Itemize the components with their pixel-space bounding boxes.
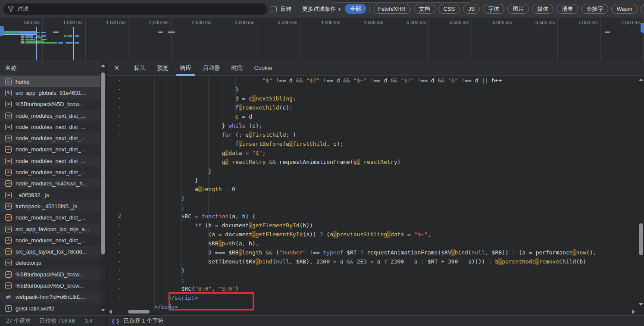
request-name: %5Bturbopack%5D_brow... <box>16 282 84 289</box>
network-overview-timeline[interactable]: 500 ms1,000 ms1,500 ms2,000 ms2,500 ms3,… <box>0 18 644 60</box>
waterfall-bar <box>37 35 40 37</box>
filter-pill-字体[interactable]: 字体 <box>483 4 504 14</box>
sidebar-scrollbar-thumb[interactable] <box>101 72 105 254</box>
filter-input[interactable]: 过滤 <box>3 3 267 15</box>
request-row[interactable]: <>node_modules_next_dist_... <box>0 166 106 178</box>
code-scrollbar-vertical[interactable] <box>638 76 644 308</box>
scroll-right-icon[interactable] <box>632 310 635 314</box>
request-row[interactable]: <>src_app_layout_tsx_78cdd... <box>0 246 106 257</box>
filter-pill-Fetch/XHR[interactable]: Fetch/XHR <box>373 4 411 14</box>
filter-pill-清单[interactable]: 清单 <box>556 4 578 14</box>
line-gutter: - <box>107 176 127 185</box>
filter-pill-图片[interactable]: 图片 <box>507 4 529 14</box>
toolbar-divider <box>369 6 370 13</box>
request-row[interactable]: <>node_modules_next_dist_... <box>0 132 106 144</box>
timeline-tick-label: 1,500 ms <box>106 20 125 25</box>
request-row[interactable]: <>node_modules_next_dist_... <box>0 121 106 132</box>
scroll-up-icon[interactable] <box>639 78 643 81</box>
tab-响应[interactable]: 响应 <box>174 60 197 76</box>
request-row[interactable]: <>node_modules_next_dist_... <box>0 235 106 246</box>
code-line-text: 2 === $RB.length && ("number" !== typeof… <box>127 248 596 257</box>
line-gutter: - <box>107 239 127 248</box>
code-line: - (a = document.getElementById(a)) ? (a.… <box>107 230 644 239</box>
filter-pill-Wasm[interactable]: Wasm <box>611 4 637 14</box>
close-icon[interactable]: ✕ <box>114 64 128 72</box>
code-line: - } <box>107 166 644 176</box>
tab-时间[interactable]: 时间 <box>226 60 249 76</box>
ov-handle-right[interactable] <box>641 23 644 33</box>
highlight-red-box <box>169 292 254 310</box>
format-braces-icon[interactable]: { } <box>112 318 119 324</box>
code-line: - for (; e.firstChild; ) <box>107 130 644 139</box>
code-line: - } while (c); <box>107 121 644 130</box>
tab-Cookie[interactable]: Cookie <box>249 60 278 76</box>
code-line: - 2 === $RB.length && ("number" !== type… <box>107 248 644 257</box>
request-row[interactable]: <>turbopack-_45210fd5._js <box>0 201 106 212</box>
filter-pill-JS[interactable]: JS <box>463 4 480 14</box>
code-line: - f.removeChild(c); <box>107 103 644 112</box>
waterfall-bar <box>38 37 42 38</box>
ov-handle-left[interactable] <box>0 26 4 36</box>
request-row[interactable]: <>detector.js <box>0 257 106 269</box>
request-row[interactable]: ≡home <box>0 76 106 87</box>
sidebar-scrollbar[interactable] <box>100 60 106 315</box>
request-row[interactable]: ✎src_app_globals_91e4631... <box>0 87 106 98</box>
request-row[interactable]: <>node_modules_next_dist_... <box>0 155 106 166</box>
tab-预览[interactable]: 预览 <box>151 60 174 76</box>
scroll-left-icon[interactable] <box>109 310 112 314</box>
request-row[interactable]: <>src_app_favicon_ico_mjs_a... <box>0 223 106 235</box>
request-row[interactable]: <>node_modules_next_dist_... <box>0 212 106 223</box>
request-row[interactable]: <>_a0ff3932._js <box>0 189 106 201</box>
code-line-text: f.removeChild(c); <box>127 103 293 112</box>
request-name: node_modules_next_dist_... <box>16 135 86 141</box>
request-row[interactable]: ⇄webpack-hmr?id=o6nLtkE... <box>0 292 106 303</box>
indent-guide-line <box>168 76 168 311</box>
invert-checkbox[interactable] <box>271 6 277 12</box>
code-line: - } <box>107 194 644 203</box>
line-gutter: - <box>107 157 127 166</box>
request-name: src_app_favicon_ico_mjs_a... <box>16 226 89 232</box>
indent-guide-line <box>235 76 236 121</box>
request-row[interactable]: Tgeist-latin.woff2 <box>0 303 106 314</box>
filter-pill-全部[interactable]: 全部 <box>345 4 366 14</box>
request-row[interactable]: <>node_modules_next_dist_... <box>0 110 106 121</box>
request-row[interactable]: <>%5Bturbopack%5D_brow... <box>0 280 106 291</box>
response-code-viewer[interactable]: - "$" !== d && "$?" !== d && "$~" !== d … <box>107 76 644 315</box>
code-line: - a.length = 0 <box>107 185 644 194</box>
tab-启动器[interactable]: 启动器 <box>197 60 226 76</box>
code-line: - d = c.nextSibling; <box>107 94 644 103</box>
more-filters-dropdown[interactable]: 更多过滤条件▼ <box>302 5 341 13</box>
filter-pill-媒体[interactable]: 媒体 <box>532 4 553 14</box>
request-name: node_modules_next_dist_... <box>16 214 86 221</box>
waterfall-bar <box>1 34 36 35</box>
timeline-tick-label: 4,500 ms <box>364 20 383 25</box>
filter-pill-其他[interactable]: 其他 <box>641 4 644 14</box>
filter-pill-CSS[interactable]: CSS <box>438 4 460 14</box>
code-scrollbar-horizontal[interactable] <box>107 308 637 315</box>
code-hscrollbar-thumb[interactable] <box>128 310 150 313</box>
line-gutter: - <box>107 148 127 157</box>
scroll-down-icon[interactable] <box>101 309 105 311</box>
line-gutter: - <box>107 230 127 239</box>
code-scrollbar-thumb[interactable] <box>639 223 643 255</box>
code-lines: - "$" !== d && "$?" !== d && "$~" !== d … <box>107 76 644 311</box>
request-row[interactable]: <>node_modules_%40swc_h... <box>0 178 106 189</box>
request-row[interactable]: <>node_modules_next_dist_... <box>0 144 106 155</box>
waterfall-bar <box>66 42 73 44</box>
timeline-gridline <box>128 18 128 60</box>
request-row[interactable]: <>%5Bturbopack%5D_brow... <box>0 269 106 280</box>
scroll-down-icon[interactable] <box>639 303 643 306</box>
tab-标头[interactable]: 标头 <box>128 60 151 76</box>
dom-content-loaded-marker <box>36 27 37 60</box>
name-column-header[interactable]: 名称 <box>0 60 106 76</box>
timeline-gridline <box>171 18 172 60</box>
request-row[interactable]: <>%5Bturbopack%5D_brow... <box>0 99 106 110</box>
network-summary: 27 个请求 已传输 716 kB 3.4 <box>0 316 107 326</box>
scroll-up-icon[interactable] <box>101 64 105 67</box>
js-resource-icon: <> <box>5 260 12 266</box>
timeline-tick-label: 3,000 ms <box>235 20 254 25</box>
filter-pill-套接字[interactable]: 套接字 <box>581 4 608 14</box>
filter-pill-文档[interactable]: 文档 <box>414 4 435 14</box>
code-line: - c = d <box>107 112 644 121</box>
line-gutter: - <box>107 293 127 302</box>
